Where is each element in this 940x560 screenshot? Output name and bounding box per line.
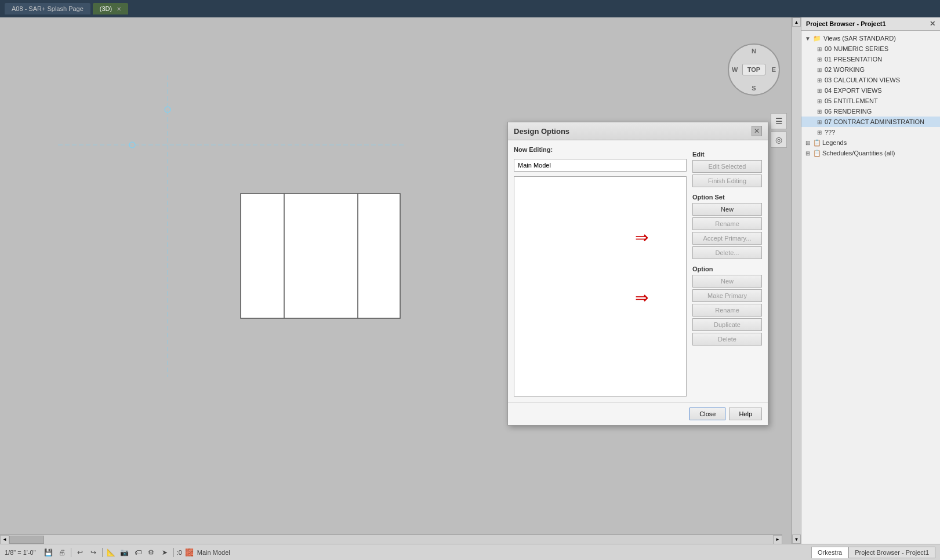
tree-root-label: Views (SAR STANDARD) (823, 35, 896, 42)
option-set-section-label: Option Set (692, 194, 762, 201)
option-section-label: Option (692, 266, 762, 272)
status-tabs: Orkestra Project Browser - Project1 (811, 547, 935, 558)
save-icon[interactable]: 💾 (43, 547, 55, 558)
accept-primary-button[interactable]: Accept Primary... (692, 232, 762, 245)
now-editing-input[interactable] (514, 159, 687, 172)
measure-icon[interactable]: 📐 (106, 547, 117, 558)
h-scroll-left-btn[interactable]: ◄ (0, 535, 9, 544)
tree-folder-legends-icon: 📋 (813, 139, 821, 147)
arrow-icon[interactable]: ➤ (159, 547, 170, 558)
dialog-footer: Close Help (508, 402, 768, 425)
scroll-up-btn[interactable]: ▲ (792, 17, 801, 27)
project-browser-title: Project Browser - Project1 (806, 20, 886, 27)
scroll-track[interactable] (792, 27, 801, 534)
camera-icon[interactable]: 📷 (119, 547, 130, 558)
settings-icon[interactable]: ⚙ (146, 547, 157, 558)
option-rename-button[interactable]: Rename (692, 304, 762, 317)
tab-orkestra[interactable]: Orkestra (811, 547, 848, 558)
tab-3d[interactable]: (3D) ✕ (93, 3, 128, 14)
svg-rect-4 (241, 194, 400, 318)
tree-item-06[interactable]: ⊞ 06 RENDERING (801, 106, 940, 117)
tab-splash[interactable]: A08 - SAR+ Splash Page (5, 3, 90, 14)
project-browser-title-bar: Project Browser - Project1 ✕ (801, 17, 940, 31)
tree-item-unk[interactable]: ⊞ ??? (801, 127, 940, 137)
tree-item-07[interactable]: ⊞ 07 CONTRACT ADMINISTRATION (801, 117, 940, 127)
tree-expand-03[interactable]: ⊞ (815, 76, 823, 84)
horizontal-scrollbar[interactable]: ◄ ► (0, 534, 782, 544)
tree-label-06: 06 RENDERING (825, 108, 872, 115)
help-button[interactable]: Help (729, 408, 762, 420)
accept-primary-row: Accept Primary... (692, 232, 762, 246)
make-primary-row: Make Primary (692, 289, 762, 304)
design-options-dialog: Design Options ✕ Now Editing: Edit Edit … (507, 122, 768, 426)
tree-label-01: 01 PRESENTATION (825, 56, 882, 63)
edit-section-label: Edit (692, 151, 762, 158)
make-primary-button[interactable]: Make Primary (692, 289, 762, 302)
tree-label-legends: Legends (822, 139, 847, 146)
tree-expand-root[interactable]: ▼ (804, 34, 812, 42)
tree-label-unk: ??? (825, 129, 835, 136)
finish-editing-button[interactable]: Finish Editing (692, 174, 762, 187)
close-button[interactable]: Close (689, 408, 725, 420)
tab-project-browser[interactable]: Project Browser - Project1 (848, 547, 935, 558)
content-area: N S W E TOP ☰ ◎ (0, 17, 940, 544)
panel-close-icon[interactable]: ✕ (930, 20, 935, 28)
tree-item-legends[interactable]: ⊞ 📋 Legends (801, 137, 940, 148)
title-bar: A08 - SAR+ Splash Page (3D) ✕ (0, 0, 940, 17)
option-set-delete-button[interactable]: Delete... (692, 246, 762, 259)
tree-expand-unk[interactable]: ⊞ (815, 128, 823, 136)
tree-item-04[interactable]: ⊞ 04 EXPORT VIEWS (801, 85, 940, 96)
tab-3d-label: (3D) (100, 5, 112, 12)
tree-label-00: 00 NUMERIC SERIES (825, 45, 888, 52)
tree-expand-legends[interactable]: ⊞ (804, 139, 812, 147)
tree-expand-04[interactable]: ⊞ (815, 86, 823, 94)
tree-expand-00[interactable]: ⊞ (815, 45, 823, 53)
dialog-body: Now Editing: Edit Edit Selected Finish E… (508, 140, 768, 402)
tree-item-02[interactable]: ⊞ 02 WORKING (801, 64, 940, 75)
tree-expand-02[interactable]: ⊞ (815, 66, 823, 74)
scroll-down-btn[interactable]: ▼ (792, 534, 801, 544)
model-name: Main Model (197, 549, 230, 556)
tree-folder-schedules-icon: 📋 (813, 150, 821, 157)
tree-expand-schedules[interactable]: ⊞ (804, 149, 812, 157)
option-set-new-button[interactable]: New (692, 203, 762, 216)
tree-item-03[interactable]: ⊞ 03 CALCULATION VIEWS (801, 75, 940, 85)
tree-label-04: 04 EXPORT VIEWS (825, 87, 882, 94)
tree-label-03: 03 CALCULATION VIEWS (825, 77, 900, 83)
option-set-rename-button[interactable]: Rename (692, 217, 762, 230)
dialog-right-panel: Edit Edit Selected Finish Editing Option… (692, 146, 762, 397)
tree-item-05[interactable]: ⊞ 05 ENTITLEMENT (801, 96, 940, 106)
tree-label-schedules: Schedules/Quantities (all) (822, 150, 895, 157)
tree-item-schedules[interactable]: ⊞ 📋 Schedules/Quantities (all) (801, 148, 940, 158)
tree-item-root[interactable]: ▼ 📁 Views (SAR STANDARD) (801, 33, 940, 43)
option-delete-button[interactable]: Delete (692, 333, 762, 346)
option-duplicate-button[interactable]: Duplicate (692, 318, 762, 331)
tree-view: ▼ 📁 Views (SAR STANDARD) ⊞ 00 NUMERIC SE… (801, 31, 940, 544)
redo-icon[interactable]: ↪ (88, 547, 99, 558)
tree-expand-06[interactable]: ⊞ (815, 107, 823, 115)
h-scroll-track[interactable] (9, 535, 773, 544)
status-bar: 1/8" = 1'-0" 💾 🖨 ↩ ↪ 📐 📷 🏷 ⚙ ➤ :0 🧱 Main… (0, 544, 940, 560)
tree-expand-05[interactable]: ⊞ (815, 97, 823, 105)
dialog-close-button[interactable]: ✕ (752, 126, 762, 136)
tab-close-icon[interactable]: ✕ (117, 6, 121, 12)
model-icon[interactable]: 🧱 (184, 547, 195, 558)
tree-expand-07[interactable]: ⊞ (815, 118, 823, 126)
tree-root-icon: 📁 (813, 35, 821, 42)
undo-icon[interactable]: ↩ (74, 547, 86, 558)
tree-expand-01[interactable]: ⊞ (815, 55, 823, 63)
print-icon[interactable]: 🖨 (56, 547, 68, 558)
tree-label-05: 05 ENTITLEMENT (825, 97, 878, 104)
design-options-list[interactable] (514, 176, 687, 397)
tree-label-07: 07 CONTRACT ADMINISTRATION (825, 118, 924, 125)
tree-label-02: 02 WORKING (825, 66, 865, 73)
h-scroll-thumb[interactable] (9, 536, 44, 544)
dialog-title-bar: Design Options ✕ (508, 122, 768, 140)
tree-item-01[interactable]: ⊞ 01 PRESENTATION (801, 54, 940, 64)
h-scroll-right-btn[interactable]: ► (773, 535, 782, 544)
tree-item-00[interactable]: ⊞ 00 NUMERIC SERIES (801, 43, 940, 54)
vertical-scrollbar[interactable]: ▲ ▼ (792, 17, 801, 544)
edit-selected-button[interactable]: Edit Selected (692, 160, 762, 173)
tag-icon[interactable]: 🏷 (132, 547, 144, 558)
option-new-button[interactable]: New (692, 275, 762, 288)
